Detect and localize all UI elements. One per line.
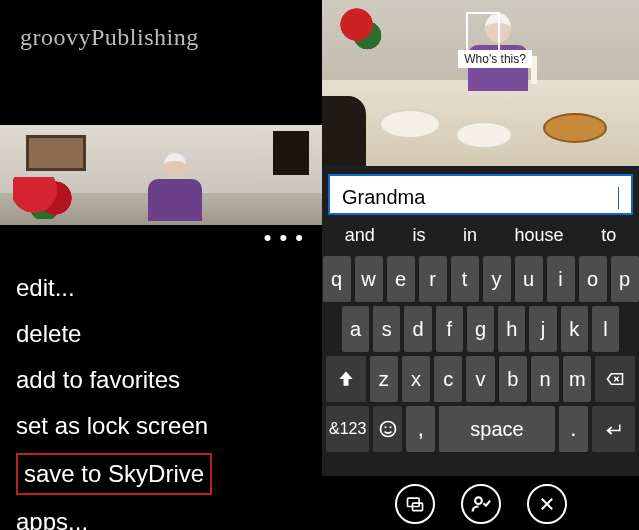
key-emoji[interactable] <box>373 406 402 452</box>
key-x[interactable]: x <box>402 356 430 402</box>
svg-point-7 <box>475 497 482 504</box>
scene-casserole <box>543 113 607 143</box>
menu-item-add-to-favorites[interactable]: add to favorites <box>16 357 306 403</box>
scene-dark-frame <box>273 131 309 175</box>
left-phone-screen: groovyPublishing • • • edit...deleteadd … <box>0 0 322 530</box>
scene-poinsettia <box>335 3 389 57</box>
photo-thumbnail[interactable] <box>0 125 322 225</box>
key-e[interactable]: e <box>387 256 415 302</box>
face-tag-prompt[interactable]: Who's this? <box>458 50 532 68</box>
accept-button[interactable] <box>461 484 501 524</box>
menu-item-save-to-skydrive[interactable]: save to SkyDrive <box>16 453 212 495</box>
cancel-button[interactable] <box>527 484 567 524</box>
key-shift[interactable] <box>326 356 366 402</box>
key-comma[interactable]: , <box>406 406 435 452</box>
scene-picture-frame <box>26 135 86 171</box>
key-backspace[interactable] <box>595 356 635 402</box>
key-symbols[interactable]: &123 <box>326 406 369 452</box>
key-q[interactable]: q <box>323 256 351 302</box>
key-p[interactable]: p <box>611 256 639 302</box>
suggestion-is[interactable]: is <box>404 225 433 246</box>
text-caret <box>618 187 619 209</box>
suggestion-to[interactable]: to <box>593 225 624 246</box>
key-k[interactable]: k <box>561 306 588 352</box>
suggestion-and[interactable]: and <box>337 225 383 246</box>
svg-point-3 <box>384 426 386 428</box>
key-t[interactable]: t <box>451 256 479 302</box>
key-period[interactable]: . <box>559 406 588 452</box>
scene-foreground-person <box>322 96 366 166</box>
name-input-container <box>328 174 633 215</box>
key-g[interactable]: g <box>467 306 494 352</box>
watermark-text: groovyPublishing <box>0 0 322 51</box>
key-h[interactable]: h <box>498 306 525 352</box>
cancel-icon <box>538 495 556 513</box>
key-b[interactable]: b <box>499 356 527 402</box>
appbar-ellipsis-row: • • • <box>0 225 322 259</box>
scene-candle <box>531 56 537 84</box>
key-l[interactable]: l <box>592 306 619 352</box>
more-icon[interactable]: • • • <box>264 225 304 250</box>
backspace-icon <box>604 370 626 388</box>
scene-poinsettia <box>13 177 83 219</box>
tag-icon <box>405 494 425 514</box>
key-f[interactable]: f <box>436 306 463 352</box>
key-d[interactable]: d <box>404 306 431 352</box>
svg-point-4 <box>389 426 391 428</box>
key-n[interactable]: n <box>531 356 559 402</box>
key-z[interactable]: z <box>370 356 398 402</box>
menu-item-delete[interactable]: delete <box>16 311 306 357</box>
key-c[interactable]: c <box>434 356 462 402</box>
key-v[interactable]: v <box>466 356 494 402</box>
suggestion-in[interactable]: in <box>455 225 485 246</box>
tag-button[interactable] <box>395 484 435 524</box>
photo-large[interactable]: Who's this? <box>322 0 639 166</box>
menu-item-set-as-lock-screen[interactable]: set as lock screen <box>16 403 306 449</box>
menu-item-edit[interactable]: edit... <box>16 265 306 311</box>
key-u[interactable]: u <box>515 256 543 302</box>
key-y[interactable]: y <box>483 256 511 302</box>
emoji-icon <box>378 419 398 439</box>
key-m[interactable]: m <box>563 356 591 402</box>
name-input[interactable] <box>342 186 616 209</box>
suggestion-house[interactable]: house <box>507 225 572 246</box>
key-space[interactable]: space <box>439 406 555 452</box>
right-phone-screen: Who's this? andisinhouseto qwertyuiop as… <box>322 0 639 530</box>
key-i[interactable]: i <box>547 256 575 302</box>
menu-item-apps[interactable]: apps... <box>16 499 306 530</box>
keyboard-suggestion-bar: andisinhouseto <box>322 215 639 256</box>
key-r[interactable]: r <box>419 256 447 302</box>
key-a[interactable]: a <box>342 306 369 352</box>
key-w[interactable]: w <box>355 256 383 302</box>
accept-icon <box>471 494 491 514</box>
key-s[interactable]: s <box>373 306 400 352</box>
face-detection-box[interactable] <box>466 12 500 52</box>
context-menu: edit...deleteadd to favoritesset as lock… <box>0 259 322 530</box>
key-j[interactable]: j <box>529 306 556 352</box>
scene-person <box>148 153 202 221</box>
key-o[interactable]: o <box>579 256 607 302</box>
svg-point-2 <box>380 422 395 437</box>
app-bar <box>322 476 639 530</box>
on-screen-keyboard: qwertyuiop asdfghjkl zxcvbnm &123,space. <box>322 256 639 456</box>
key-enter[interactable] <box>592 406 635 452</box>
shift-icon <box>336 369 356 389</box>
enter-icon <box>602 420 624 438</box>
